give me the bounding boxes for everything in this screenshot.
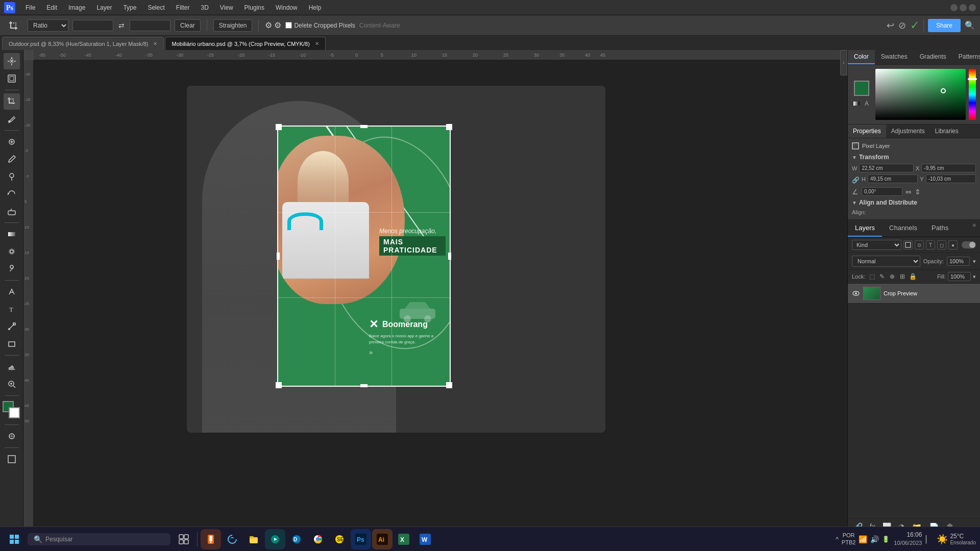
panel-collapse-button[interactable]: ‹ bbox=[840, 50, 847, 76]
maximize-button[interactable] bbox=[960, 4, 967, 11]
menu-help[interactable]: Help bbox=[304, 2, 327, 13]
eyedropper-tool[interactable] bbox=[4, 111, 20, 127]
type-tool[interactable]: T bbox=[4, 301, 20, 317]
tab-layers[interactable]: Layers bbox=[848, 220, 882, 237]
kind-filter-dropdown[interactable]: Kind bbox=[852, 240, 901, 250]
blur-tool[interactable] bbox=[4, 243, 20, 260]
dodge-tool[interactable] bbox=[4, 261, 20, 277]
swap-dimensions-button[interactable]: ⇄ bbox=[117, 20, 126, 31]
tab-color[interactable]: Color bbox=[848, 50, 875, 64]
settings2-icon[interactable]: ⚙ bbox=[274, 20, 281, 30]
expand-systray-button[interactable]: ^ bbox=[836, 536, 839, 543]
cancel-crop-button[interactable]: ⊘ bbox=[898, 20, 906, 31]
tab-outdoor-close[interactable]: ✕ bbox=[153, 41, 157, 46]
fill-input[interactable] bbox=[948, 272, 971, 281]
crop-height-input[interactable] bbox=[130, 20, 170, 31]
tab-mobiliario-close[interactable]: ✕ bbox=[315, 41, 319, 46]
menu-file[interactable]: File bbox=[20, 2, 40, 13]
fill-arrow[interactable]: ▾ bbox=[973, 273, 976, 280]
show-desktop-button[interactable]: ▏ bbox=[926, 535, 932, 543]
taskbar-clock[interactable]: 16:06 10/06/2023 bbox=[894, 531, 922, 547]
crop-tool[interactable] bbox=[4, 93, 20, 110]
history-brush-tool[interactable] bbox=[4, 186, 20, 202]
tab-adjustments[interactable]: Adjustments bbox=[886, 124, 930, 138]
move-tool[interactable] bbox=[4, 53, 20, 69]
filter-type-icon[interactable]: T bbox=[926, 240, 935, 249]
straighten-button[interactable]: Straighten bbox=[213, 19, 253, 32]
hue-strip[interactable] bbox=[969, 69, 976, 120]
w-input[interactable] bbox=[859, 164, 914, 172]
layer-visibility-eye[interactable] bbox=[852, 289, 860, 297]
crop-width-input[interactable] bbox=[72, 20, 113, 31]
taskbar-explorer-app[interactable] bbox=[243, 529, 264, 549]
history-back-button[interactable]: ↩ bbox=[887, 20, 894, 31]
menu-plugins[interactable]: Plugins bbox=[239, 2, 270, 13]
lock-position-icon[interactable]: ⊕ bbox=[888, 272, 897, 281]
menu-image[interactable]: Image bbox=[63, 2, 90, 13]
background-color[interactable] bbox=[9, 407, 20, 418]
rectangle-tool[interactable] bbox=[4, 336, 20, 352]
delete-cropped-checkbox[interactable] bbox=[285, 22, 292, 29]
angle-input[interactable] bbox=[862, 187, 902, 196]
lock-image-icon[interactable]: ✎ bbox=[877, 272, 887, 281]
filter-smart-icon[interactable]: ● bbox=[948, 240, 958, 249]
taskbar-search[interactable]: 🔍 Pesquisar bbox=[28, 533, 170, 545]
weather-widget[interactable]: ☀️ 25°C Ensolarado bbox=[937, 533, 976, 545]
taskbar-photoshop-app[interactable]: Ps bbox=[351, 529, 371, 549]
gradient-tool[interactable] bbox=[4, 226, 20, 242]
taskbar-chrome-app[interactable] bbox=[308, 529, 328, 549]
network-icon[interactable]: 📶 bbox=[859, 535, 867, 543]
gradient-icon[interactable] bbox=[852, 99, 861, 108]
battery-icon[interactable]: 🔋 bbox=[882, 536, 890, 543]
color-picker[interactable] bbox=[875, 69, 976, 120]
flip-v-icon[interactable]: ⇕ bbox=[915, 188, 921, 196]
color-gradient-field[interactable] bbox=[875, 69, 966, 120]
artboard-tool[interactable] bbox=[4, 70, 20, 87]
tab-channels[interactable]: Channels bbox=[882, 220, 924, 237]
share-button[interactable]: Share bbox=[928, 19, 961, 32]
tab-libraries[interactable]: Libraries bbox=[930, 124, 964, 138]
volume-icon[interactable]: 🔊 bbox=[870, 535, 879, 543]
change-screen-mode[interactable] bbox=[4, 451, 20, 467]
ratio-dropdown[interactable]: Ratio bbox=[28, 19, 68, 32]
clone-stamp-tool[interactable] bbox=[4, 168, 20, 185]
layer-item-crop-preview[interactable]: Crop Preview bbox=[848, 284, 980, 304]
filter-shape-icon[interactable]: ◻ bbox=[937, 240, 946, 249]
close-button[interactable] bbox=[969, 4, 976, 11]
menu-edit[interactable]: Edit bbox=[41, 2, 62, 13]
settings-icon[interactable]: ⚙ bbox=[265, 20, 272, 30]
flip-h-icon[interactable]: ⇔ bbox=[905, 188, 912, 196]
link-icon[interactable]: 🔗 bbox=[852, 177, 860, 184]
pen-tool[interactable] bbox=[4, 284, 20, 300]
taskbar-music-app[interactable] bbox=[265, 529, 285, 549]
task-view-button[interactable] bbox=[174, 529, 194, 549]
align-header[interactable]: ▼ Align and Distribute bbox=[852, 199, 976, 206]
minimize-button[interactable] bbox=[950, 4, 958, 11]
search-button[interactable]: 🔍 bbox=[965, 20, 975, 30]
active-color-swatch[interactable] bbox=[854, 81, 869, 96]
tab-swatches[interactable]: Swatches bbox=[875, 50, 914, 64]
menu-select[interactable]: Select bbox=[142, 2, 169, 13]
taskbar-dell-app[interactable]: D bbox=[286, 529, 307, 549]
brush-tool[interactable] bbox=[4, 151, 20, 167]
path-selection-tool[interactable] bbox=[4, 318, 20, 335]
hand-tool[interactable] bbox=[4, 359, 20, 375]
healing-brush-tool[interactable] bbox=[4, 134, 20, 150]
menu-filter[interactable]: Filter bbox=[171, 2, 195, 13]
commit-crop-button[interactable]: ✓ bbox=[910, 19, 919, 32]
transform-header[interactable]: ▼ Transform bbox=[852, 154, 976, 161]
zoom-tool[interactable] bbox=[4, 376, 20, 392]
tab-gradients[interactable]: Gradients bbox=[914, 50, 952, 64]
taskbar-symantec-app[interactable]: SE bbox=[329, 529, 350, 549]
menu-window[interactable]: Window bbox=[271, 2, 303, 13]
menu-view[interactable]: View bbox=[215, 2, 238, 13]
tab-properties[interactable]: Properties bbox=[848, 124, 886, 138]
y-input[interactable] bbox=[926, 174, 976, 183]
menu-3d[interactable]: 3D bbox=[195, 2, 213, 13]
tab-patterns[interactable]: Patterns bbox=[952, 50, 980, 64]
start-button[interactable] bbox=[4, 529, 24, 549]
taskbar-edge-app[interactable] bbox=[222, 529, 242, 549]
menu-type[interactable]: Type bbox=[118, 2, 141, 13]
solid-icon[interactable]: A bbox=[862, 99, 871, 108]
filter-pixel-icon[interactable] bbox=[903, 240, 913, 249]
